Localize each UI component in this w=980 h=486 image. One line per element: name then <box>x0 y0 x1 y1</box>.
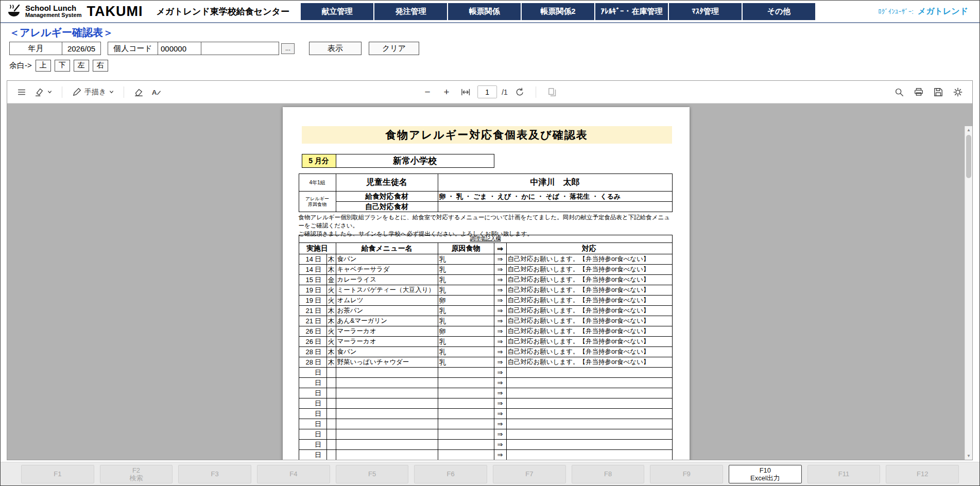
save-button[interactable] <box>931 85 945 99</box>
cell-menu-name: マーラーカオ <box>336 337 438 347</box>
pot-ladle-icon <box>6 3 22 20</box>
freehand-tool-button[interactable]: 手描き <box>70 85 116 99</box>
search-button[interactable] <box>892 85 906 99</box>
cell-allergen <box>438 450 494 460</box>
page-layout-button[interactable] <box>545 85 559 99</box>
cell-action: 自己対応お願いします。【弁当持参or食べない】 <box>506 357 672 368</box>
rotate-icon <box>514 87 525 97</box>
settings-button[interactable] <box>951 85 965 99</box>
nav-item-7[interactable]: その他 <box>743 3 815 20</box>
person-code-input[interactable] <box>158 42 201 55</box>
cell-allergen <box>438 419 494 429</box>
fkey-f1: F1 <box>21 465 94 483</box>
month-cell: 5 月分 <box>302 154 336 168</box>
margin-button-3[interactable]: 左 <box>74 60 89 72</box>
cell-action <box>506 378 672 388</box>
pen-icon <box>72 87 82 97</box>
menu-row: 26日火マーラーカオ乳⇒自己対応お願いします。【弁当持参or食べない】 <box>299 337 672 347</box>
sidebar-toggle-button[interactable] <box>14 85 29 99</box>
note-line1: 食物アレルギー個別取組プランをもとに、給食室で対応するメニューについて計画をたて… <box>299 213 674 230</box>
page-number-input[interactable] <box>477 85 497 98</box>
cell-arrow: ⇒ <box>494 440 506 450</box>
search-form-row: 年月 個人コード ... 表示 クリア <box>9 42 419 55</box>
logo-line1: School Lunch <box>25 4 81 12</box>
gear-icon <box>953 87 963 97</box>
nav-item-6[interactable]: ﾏｽﾀ管理 <box>669 3 742 20</box>
year-month-input[interactable] <box>62 42 101 55</box>
clear-button[interactable]: クリア <box>369 42 419 55</box>
menu-row: 日⇒ <box>299 419 672 429</box>
scroll-down-arrow[interactable]: ▼ <box>965 452 972 460</box>
cell-action: 自己対応お願いします。【弁当持参or食べない】 <box>506 306 672 316</box>
cell-action: 自己対応お願いします。【弁当持参or食べない】 <box>506 254 672 265</box>
person-name-input[interactable] <box>201 42 279 55</box>
toolbar-divider <box>536 86 536 98</box>
viewer-scrollbar[interactable]: ▲ ▼ <box>965 126 972 460</box>
highlighter-tool-button[interactable] <box>32 85 55 99</box>
cell-day: 日 <box>299 440 326 450</box>
cell-day: 26日 <box>299 326 326 337</box>
fkey-f10[interactable]: F10Excel出力 <box>729 465 802 483</box>
eraser-tool-button[interactable] <box>131 85 146 99</box>
fit-width-button[interactable] <box>458 85 473 99</box>
cell-menu-name: ミートスパゲティー（大豆入り） <box>336 285 438 296</box>
menu-row: 19日火オムレツ卵⇒自己対応お願いします。【弁当持参or食べない】 <box>299 296 672 306</box>
cell-arrow: ⇒ <box>494 450 506 460</box>
margin-button-1[interactable]: 上 <box>36 60 51 72</box>
show-button[interactable]: 表示 <box>309 42 362 55</box>
cell-menu-name: あん&マーガリン <box>336 316 438 326</box>
cell-day: 15日 <box>299 275 326 285</box>
nav-item-3[interactable]: 帳票関係 <box>448 3 521 20</box>
student-info-table: 4年1組 児童生徒名 中津川 太郎 アレルギー 原因食物 給食対応食材 卵 ・ … <box>299 173 673 212</box>
cell-weekday: 火 <box>326 296 336 306</box>
cell-action: 自己対応お願いします。【弁当持参or食べない】 <box>506 275 672 285</box>
cell-allergen: 乳 <box>438 316 494 326</box>
save-icon <box>933 87 943 97</box>
list-icon <box>16 87 27 97</box>
cell-action <box>506 409 672 419</box>
rotate-page-button[interactable] <box>512 85 527 99</box>
cell-menu-name <box>336 409 438 419</box>
zoom-out-button[interactable]: − <box>420 85 435 99</box>
cell-arrow: ⇒ <box>494 337 506 347</box>
scroll-up-arrow[interactable]: ▲ <box>965 126 972 134</box>
nav-item-1[interactable]: 献立管理 <box>301 3 373 20</box>
cell-arrow: ⇒ <box>494 316 506 326</box>
main-nav: 献立管理発注管理帳票関係帳票関係2ｱﾚﾙｷﾞｰ・在庫管理ﾏｽﾀ管理その他 <box>301 3 815 20</box>
cell-weekday <box>326 409 336 419</box>
school-food-label: 給食対応食材 <box>336 192 438 202</box>
page-controls: − + /1 <box>420 81 559 103</box>
menu-row: 日⇒ <box>299 450 672 460</box>
cell-day: 19日 <box>299 285 326 296</box>
cell-menu-name <box>336 378 438 388</box>
nav-item-2[interactable]: 発注管理 <box>374 3 447 20</box>
student-name-label: 児童生徒名 <box>336 174 438 192</box>
self-food-value <box>438 202 672 212</box>
page-scroll-area[interactable]: 食物アレルギー対応食個表及び確認表 5 月分 新常小学校 4年1組 児童生徒名 … <box>7 103 965 460</box>
person-browse-button[interactable]: ... <box>281 43 295 54</box>
cell-weekday <box>326 368 336 378</box>
printer-icon <box>914 87 924 97</box>
function-key-bar: F1F2検索F3F4F5F6F7F8F9F10Excel出力F11F12 <box>1 462 979 485</box>
zoom-in-button[interactable]: + <box>439 85 454 99</box>
margin-button-2[interactable]: 下 <box>55 60 70 72</box>
cell-menu-name: カレーライス <box>336 275 438 285</box>
cell-weekday: 木 <box>326 347 336 357</box>
cell-action: 自己対応お願いします。【弁当持参or食べない】 <box>506 316 672 326</box>
cell-menu-name <box>336 388 438 398</box>
cell-day: 日 <box>299 368 326 378</box>
cell-arrow: ⇒ <box>494 306 506 316</box>
fkey-f11: F11 <box>807 465 881 483</box>
cell-allergen <box>438 378 494 388</box>
scrollbar-thumb[interactable] <box>966 135 971 178</box>
nav-item-5[interactable]: ｱﾚﾙｷﾞｰ・在庫管理 <box>595 3 668 20</box>
search-form-area: ＜アレルギー確認表＞ 年月 個人コード ... 表示 クリア 余白-> 上下左右 <box>1 24 979 80</box>
margin-controls: 余白-> 上下左右 <box>9 59 108 72</box>
text-annotation-button[interactable]: A <box>149 85 163 99</box>
cell-arrow: ⇒ <box>494 265 506 275</box>
cell-allergen: 乳 <box>438 254 494 265</box>
print-button[interactable] <box>912 85 926 99</box>
document-title: 食物アレルギー対応食個表及び確認表 <box>302 126 672 144</box>
margin-button-4[interactable]: 右 <box>93 60 108 72</box>
nav-item-4[interactable]: 帳票関係2 <box>522 3 594 20</box>
